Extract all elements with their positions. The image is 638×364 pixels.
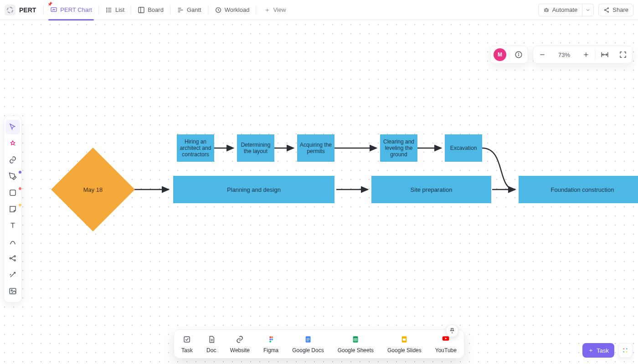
- dock-figma[interactable]: Figma: [263, 334, 278, 354]
- tab-label: Board: [148, 6, 164, 13]
- info-button[interactable]: [509, 46, 528, 64]
- add-view-label: View: [273, 6, 286, 13]
- svg-point-53: [269, 338, 271, 340]
- tab-label: Gantt: [187, 6, 201, 13]
- dock-task[interactable]: Task: [181, 334, 193, 354]
- tab-list[interactable]: List: [100, 0, 130, 20]
- svg-rect-57: [307, 338, 310, 338]
- svg-point-34: [14, 260, 15, 261]
- header-left: PERT 📌 PERT Chart List Board: [5, 0, 290, 20]
- automate-dropdown[interactable]: [582, 4, 594, 16]
- project-status-icon[interactable]: [5, 5, 15, 15]
- dock-doc[interactable]: Doc: [206, 334, 216, 354]
- fit-width-button[interactable]: [596, 46, 614, 64]
- tool-link[interactable]: [5, 153, 20, 167]
- dock-youtube[interactable]: YouTube: [435, 334, 457, 354]
- svg-rect-7: [139, 7, 144, 13]
- zoom-in-button[interactable]: [577, 46, 595, 64]
- tab-pert-chart[interactable]: 📌 PERT Chart: [45, 0, 98, 20]
- dock-google-sheets[interactable]: Google Sheets: [338, 334, 374, 354]
- dock-google-slides[interactable]: Google Slides: [387, 334, 422, 354]
- pin-icon: 📌: [47, 2, 52, 6]
- divider: [131, 5, 131, 15]
- svg-point-51: [269, 336, 271, 338]
- task-node[interactable]: Excavation: [445, 134, 482, 162]
- task-label: Clearing and leveling the ground: [382, 138, 416, 158]
- dock-google-docs[interactable]: Google Docs: [292, 334, 324, 354]
- svg-line-20: [606, 8, 608, 10]
- tool-image[interactable]: [5, 284, 20, 298]
- task-label: Determining the layout: [239, 142, 273, 154]
- new-task-area: ＋ Task: [582, 343, 633, 358]
- color-indicator: [19, 204, 21, 206]
- tool-sticky-note[interactable]: [5, 202, 20, 216]
- color-indicator: [19, 171, 21, 174]
- svg-point-14: [545, 10, 545, 10]
- zoom-out-button[interactable]: [533, 46, 551, 64]
- zoom-percent[interactable]: 73%: [551, 51, 577, 58]
- left-toolbar: [4, 116, 22, 302]
- task-node[interactable]: Hiring an architect and contractors: [177, 134, 214, 162]
- tab-board[interactable]: Board: [132, 0, 169, 20]
- start-node-label: May 18: [52, 149, 134, 231]
- phase-label: Site preparation: [411, 186, 453, 193]
- svg-rect-29: [10, 190, 15, 195]
- dock-website[interactable]: Website: [230, 334, 250, 354]
- task-node[interactable]: Clearing and leveling the ground: [380, 134, 417, 162]
- dock-label: Website: [230, 347, 250, 354]
- color-indicator: [19, 187, 21, 190]
- share-label: Share: [612, 6, 628, 13]
- tool-mindmap[interactable]: [5, 251, 20, 266]
- phase-node[interactable]: Foundation construction: [519, 176, 638, 203]
- svg-point-70: [623, 351, 624, 353]
- add-view-button[interactable]: ＋ View: [260, 6, 290, 14]
- phase-node[interactable]: Site preparation: [371, 176, 491, 203]
- new-task-button[interactable]: ＋ Task: [582, 343, 614, 358]
- task-label: Acquiring the permits: [299, 142, 333, 154]
- tool-ai[interactable]: [5, 136, 20, 151]
- dock-label: Google Slides: [387, 347, 422, 354]
- tool-shape[interactable]: [5, 185, 20, 200]
- new-task-label: Task: [597, 347, 609, 354]
- avatar[interactable]: M: [494, 48, 506, 61]
- share-button[interactable]: Share: [598, 4, 633, 16]
- divider: [208, 5, 208, 15]
- task-node[interactable]: Determining the layout: [237, 134, 274, 162]
- pin-dock-button[interactable]: [446, 324, 458, 337]
- dock-label: YouTube: [435, 347, 457, 354]
- project-title[interactable]: PERT: [19, 6, 36, 14]
- svg-line-35: [11, 256, 14, 259]
- gslides-icon: [399, 334, 409, 344]
- tab-workload[interactable]: Workload: [209, 0, 255, 20]
- dock-label: Google Sheets: [338, 347, 374, 354]
- svg-point-15: [547, 10, 547, 10]
- gsheets-icon: [350, 334, 360, 344]
- tool-pen[interactable]: [5, 169, 20, 184]
- svg-point-69: [626, 348, 628, 349]
- svg-point-55: [269, 341, 271, 343]
- plus-icon: ＋: [264, 6, 270, 14]
- svg-rect-48: [184, 337, 190, 342]
- svg-point-1: [107, 8, 107, 8]
- tool-pointer[interactable]: [5, 120, 20, 134]
- svg-point-3: [107, 10, 107, 10]
- svg-point-19: [608, 11, 609, 12]
- apps-grid-button[interactable]: [618, 343, 633, 358]
- automate-button[interactable]: Automate: [538, 4, 582, 16]
- tab-gantt[interactable]: Gantt: [171, 0, 207, 20]
- task-node[interactable]: Acquiring the permits: [297, 134, 334, 162]
- canvas[interactable]: May 18 Hiring an architect and contracto…: [0, 20, 638, 364]
- phase-node[interactable]: Planning and design: [173, 176, 334, 203]
- svg-point-68: [623, 348, 624, 349]
- tool-magic[interactable]: [5, 267, 20, 282]
- tool-connector[interactable]: [5, 235, 20, 249]
- tab-label: List: [115, 6, 124, 13]
- task-icon: [182, 334, 192, 344]
- gdocs-icon: [303, 334, 313, 344]
- fullscreen-button[interactable]: [614, 46, 632, 64]
- svg-line-36: [11, 258, 14, 261]
- tool-text[interactable]: [5, 218, 20, 233]
- attachment-dock: Task Doc Website Figma Google Docs Googl…: [174, 329, 464, 359]
- svg-point-54: [271, 338, 273, 340]
- presence-group: M: [490, 46, 528, 64]
